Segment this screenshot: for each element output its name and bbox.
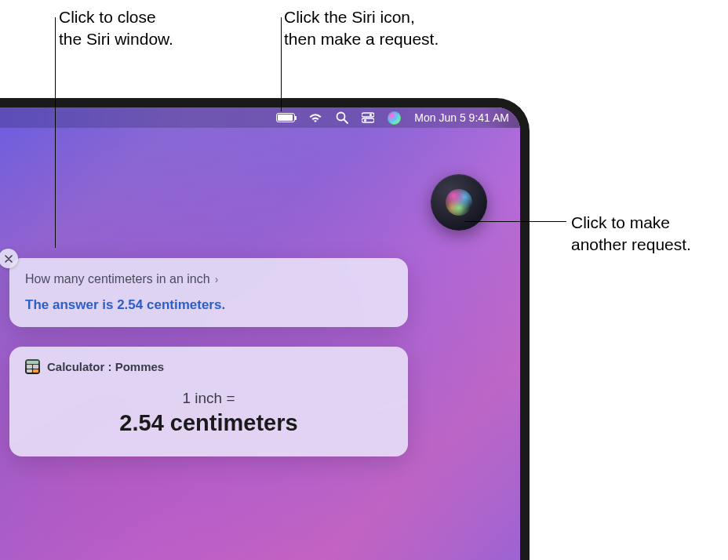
svg-point-3 <box>369 114 372 116</box>
siri-answer-text: The answer is 2.54 centimeters. <box>25 297 392 313</box>
callout-close-label: Click to close the Siri window. <box>59 6 173 51</box>
callout-siri-orb-label: Click to make another request. <box>571 212 691 256</box>
desktop-wallpaper <box>0 107 520 560</box>
calculator-header: Calculator : Pommes <box>25 359 392 374</box>
callout-siri-menu-label: Click the Siri icon, then make a request… <box>284 6 439 51</box>
siri-query-row[interactable]: How many centimeters in an inch › <box>25 272 392 286</box>
calculator-result-card: Calculator : Pommes 1 inch = 2.54 centim… <box>9 347 408 456</box>
calculator-equation: 1 inch = <box>25 390 392 407</box>
siri-orb-button[interactable] <box>431 174 487 231</box>
chevron-right-icon: › <box>215 273 219 285</box>
siri-icon <box>446 189 472 216</box>
wifi-icon[interactable] <box>308 107 322 128</box>
siri-answer-card: How many centimeters in an inch › The an… <box>9 258 408 327</box>
callout-line <box>464 221 566 222</box>
siri-query-text: How many centimeters in an inch <box>25 272 210 286</box>
svg-line-1 <box>344 120 348 124</box>
siri-menubar-icon[interactable] <box>388 107 401 128</box>
menubar: Mon Jun 5 9:41 AM <box>0 107 520 128</box>
callout-line <box>281 17 282 111</box>
close-icon <box>5 255 13 263</box>
svg-rect-2 <box>362 113 374 117</box>
callout-line <box>55 17 56 248</box>
calculator-title: Calculator : Pommes <box>47 360 164 373</box>
calculator-app-icon <box>25 359 40 374</box>
battery-status-icon[interactable] <box>276 107 295 128</box>
control-center-icon[interactable] <box>362 107 374 128</box>
macbook-screen: Mon Jun 5 9:41 AM How many centimeters i… <box>0 98 530 560</box>
spotlight-search-icon[interactable] <box>336 107 348 128</box>
menubar-datetime[interactable]: Mon Jun 5 9:41 AM <box>414 107 509 128</box>
svg-rect-4 <box>362 118 374 122</box>
svg-point-5 <box>364 119 366 122</box>
calculator-result: 2.54 centimeters <box>25 410 392 436</box>
